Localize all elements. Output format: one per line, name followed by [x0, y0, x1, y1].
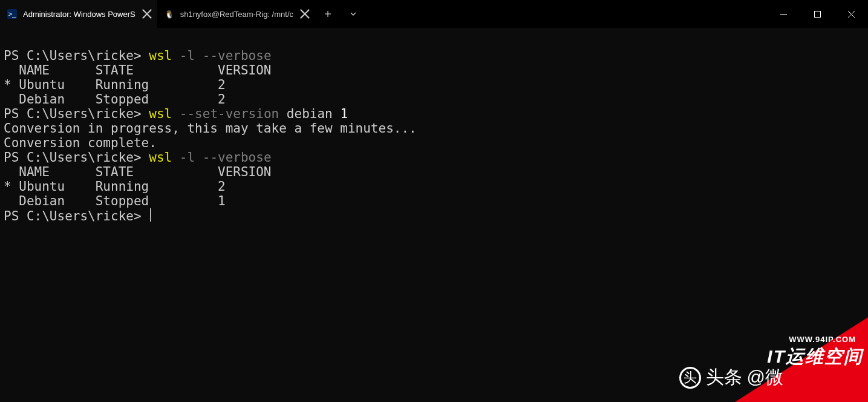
close-window-button[interactable]: [834, 0, 868, 28]
cmd-exe: wsl: [149, 107, 172, 121]
output-header: NAME STATE VERSION: [4, 165, 272, 179]
new-tab-button[interactable]: [315, 0, 341, 28]
tab-title: Administrator: Windows PowerS: [23, 10, 135, 19]
minimize-button[interactable]: [766, 0, 800, 28]
cmd-exe: wsl: [149, 48, 172, 63]
tab-title: sh1nyfox@RedTeam-Rig: /mnt/c: [180, 10, 293, 19]
cmd-flag: --set-version: [180, 107, 279, 121]
cmd-args: -l --verbose: [180, 150, 272, 165]
prompt: PS C:\Users\ricke>: [4, 150, 142, 165]
output-row: * Ubuntu Running 2: [4, 77, 226, 92]
close-icon[interactable]: [299, 8, 310, 19]
watermark-byline-at: @微: [747, 365, 783, 390]
powershell-icon: >_: [7, 9, 17, 19]
prompt: PS C:\Users\ricke>: [4, 48, 142, 63]
watermark-url: WWW.94IP.COM: [789, 335, 856, 344]
output-line: Conversion complete.: [4, 136, 157, 150]
watermark-byline-prefix: 头条: [706, 365, 742, 390]
text-cursor: [150, 208, 151, 222]
cmd-arg: 1: [340, 107, 348, 121]
prompt: PS C:\Users\ricke>: [4, 209, 142, 223]
maximize-button[interactable]: [800, 0, 834, 28]
titlebar-drag-region[interactable]: [366, 0, 766, 28]
terminal-output[interactable]: PS C:\Users\ricke> wsl -l --verbose NAME…: [0, 28, 868, 229]
svg-rect-7: [814, 11, 820, 17]
output-line: Conversion in progress, this may take a …: [4, 121, 417, 136]
tab-wsl[interactable]: 🐧 sh1nyfox@RedTeam-Rig: /mnt/c: [157, 0, 315, 28]
output-header: NAME STATE VERSION: [4, 63, 272, 77]
window-titlebar: >_ Administrator: Windows PowerS 🐧 sh1ny…: [0, 0, 868, 28]
output-row: * Ubuntu Running 2: [4, 179, 226, 194]
cmd-arg: debian: [287, 107, 333, 121]
prompt: PS C:\Users\ricke>: [4, 107, 142, 121]
tab-actions: [315, 0, 366, 28]
toutiao-icon: 头: [679, 367, 701, 389]
tab-dropdown-button[interactable]: [341, 0, 366, 28]
watermark-byline: 头 头条 @微: [679, 365, 783, 390]
output-row: Debian Stopped 1: [4, 194, 226, 208]
cmd-exe: wsl: [149, 150, 172, 165]
tab-powershell[interactable]: >_ Administrator: Windows PowerS: [0, 0, 157, 28]
cmd-args: -l --verbose: [180, 48, 272, 63]
tux-icon: 🐧: [165, 9, 174, 19]
tab-strip: >_ Administrator: Windows PowerS 🐧 sh1ny…: [0, 0, 315, 28]
output-row: Debian Stopped 2: [4, 92, 226, 107]
window-controls: [766, 0, 868, 28]
close-icon[interactable]: [142, 8, 152, 19]
